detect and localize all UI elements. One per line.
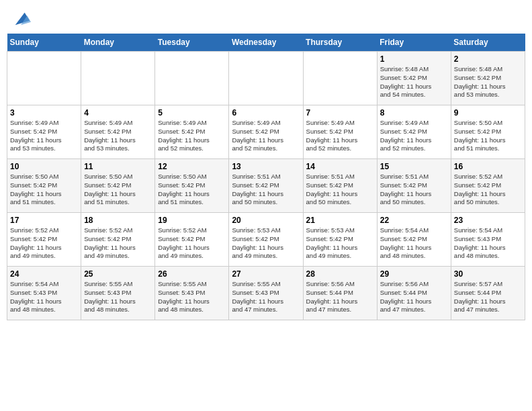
day-number: 17 — [10, 216, 78, 225]
day-number: 16 — [454, 162, 522, 171]
calendar-week-row: 3Sunrise: 5:49 AM Sunset: 5:42 PM Daylig… — [7, 105, 525, 159]
day-number: 27 — [232, 269, 300, 279]
calendar-cell: 8Sunrise: 5:49 AM Sunset: 5:42 PM Daylig… — [377, 105, 451, 159]
day-number: 4 — [84, 108, 152, 118]
header-saturday: Saturday — [451, 34, 525, 52]
day-info: Sunrise: 5:50 AM Sunset: 5:42 PM Dayligh… — [454, 119, 522, 153]
calendar-cell: 4Sunrise: 5:49 AM Sunset: 5:42 PM Daylig… — [81, 105, 155, 159]
calendar-cell: 17Sunrise: 5:52 AM Sunset: 5:42 PM Dayli… — [7, 213, 81, 267]
calendar-week-row: 17Sunrise: 5:52 AM Sunset: 5:42 PM Dayli… — [7, 213, 525, 267]
calendar-week-row: 1Sunrise: 5:48 AM Sunset: 5:42 PM Daylig… — [7, 52, 525, 105]
day-info: Sunrise: 5:54 AM Sunset: 5:43 PM Dayligh… — [454, 226, 522, 261]
calendar-table: SundayMondayTuesdayWednesdayThursdayFrid… — [7, 34, 525, 320]
day-info: Sunrise: 5:50 AM Sunset: 5:42 PM Dayligh… — [158, 173, 226, 207]
header-friday: Friday — [377, 34, 451, 52]
calendar-cell: 7Sunrise: 5:49 AM Sunset: 5:42 PM Daylig… — [303, 105, 377, 159]
day-info: Sunrise: 5:53 AM Sunset: 5:42 PM Dayligh… — [232, 226, 300, 261]
calendar-cell: 23Sunrise: 5:54 AM Sunset: 5:43 PM Dayli… — [451, 213, 525, 267]
calendar-cell: 2Sunrise: 5:48 AM Sunset: 5:42 PM Daylig… — [451, 52, 525, 105]
calendar-cell: 30Sunrise: 5:57 AM Sunset: 5:44 PM Dayli… — [451, 267, 525, 320]
page-header — [7, 7, 525, 28]
day-number: 19 — [158, 216, 226, 225]
day-number: 15 — [380, 162, 448, 171]
day-info: Sunrise: 5:53 AM Sunset: 5:42 PM Dayligh… — [306, 226, 374, 261]
calendar-cell: 5Sunrise: 5:49 AM Sunset: 5:42 PM Daylig… — [155, 105, 229, 159]
calendar-cell — [229, 52, 303, 105]
day-number: 12 — [158, 162, 226, 171]
day-info: Sunrise: 5:51 AM Sunset: 5:42 PM Dayligh… — [306, 173, 374, 207]
day-number: 22 — [380, 216, 448, 225]
day-number: 11 — [84, 162, 152, 171]
day-number: 3 — [10, 108, 78, 118]
calendar-cell: 15Sunrise: 5:51 AM Sunset: 5:42 PM Dayli… — [377, 159, 451, 213]
day-number: 24 — [10, 269, 78, 279]
day-info: Sunrise: 5:48 AM Sunset: 5:42 PM Dayligh… — [454, 65, 522, 99]
day-info: Sunrise: 5:52 AM Sunset: 5:42 PM Dayligh… — [158, 226, 226, 261]
calendar-cell: 14Sunrise: 5:51 AM Sunset: 5:42 PM Dayli… — [303, 159, 377, 213]
day-info: Sunrise: 5:50 AM Sunset: 5:42 PM Dayligh… — [10, 173, 78, 207]
day-info: Sunrise: 5:50 AM Sunset: 5:42 PM Dayligh… — [84, 173, 152, 207]
calendar-cell: 21Sunrise: 5:53 AM Sunset: 5:42 PM Dayli… — [303, 213, 377, 267]
day-number: 6 — [232, 108, 300, 118]
day-info: Sunrise: 5:48 AM Sunset: 5:42 PM Dayligh… — [380, 65, 448, 99]
day-number: 8 — [380, 108, 448, 118]
day-info: Sunrise: 5:56 AM Sunset: 5:44 PM Dayligh… — [306, 280, 374, 314]
calendar-cell: 26Sunrise: 5:55 AM Sunset: 5:43 PM Dayli… — [155, 267, 229, 320]
day-number: 28 — [306, 269, 374, 279]
day-number: 23 — [454, 216, 522, 225]
calendar-week-row: 10Sunrise: 5:50 AM Sunset: 5:42 PM Dayli… — [7, 159, 525, 213]
calendar-cell — [155, 52, 229, 105]
calendar-cell: 1Sunrise: 5:48 AM Sunset: 5:42 PM Daylig… — [377, 52, 451, 105]
day-info: Sunrise: 5:49 AM Sunset: 5:42 PM Dayligh… — [84, 119, 152, 153]
day-number: 30 — [454, 269, 522, 279]
day-info: Sunrise: 5:55 AM Sunset: 5:43 PM Dayligh… — [232, 280, 300, 314]
day-info: Sunrise: 5:49 AM Sunset: 5:42 PM Dayligh… — [306, 119, 374, 153]
day-number: 9 — [454, 108, 522, 118]
day-number: 21 — [306, 216, 374, 225]
day-number: 5 — [158, 108, 226, 118]
day-info: Sunrise: 5:51 AM Sunset: 5:42 PM Dayligh… — [380, 173, 448, 207]
calendar-cell: 29Sunrise: 5:56 AM Sunset: 5:44 PM Dayli… — [377, 267, 451, 320]
day-info: Sunrise: 5:51 AM Sunset: 5:42 PM Dayligh… — [232, 173, 300, 207]
header-thursday: Thursday — [303, 34, 377, 52]
day-info: Sunrise: 5:49 AM Sunset: 5:42 PM Dayligh… — [158, 119, 226, 153]
day-number: 20 — [232, 216, 300, 225]
calendar-cell: 13Sunrise: 5:51 AM Sunset: 5:42 PM Dayli… — [229, 159, 303, 213]
calendar-cell: 6Sunrise: 5:49 AM Sunset: 5:42 PM Daylig… — [229, 105, 303, 159]
day-number: 29 — [380, 269, 448, 279]
logo — [9, 9, 31, 28]
calendar-cell: 16Sunrise: 5:52 AM Sunset: 5:42 PM Dayli… — [451, 159, 525, 213]
day-info: Sunrise: 5:52 AM Sunset: 5:42 PM Dayligh… — [84, 226, 152, 261]
day-number: 13 — [232, 162, 300, 171]
calendar-cell — [7, 52, 81, 105]
header-monday: Monday — [81, 34, 155, 52]
calendar-cell: 9Sunrise: 5:50 AM Sunset: 5:42 PM Daylig… — [451, 105, 525, 159]
day-number: 26 — [158, 269, 226, 279]
calendar-cell: 28Sunrise: 5:56 AM Sunset: 5:44 PM Dayli… — [303, 267, 377, 320]
day-info: Sunrise: 5:54 AM Sunset: 5:43 PM Dayligh… — [10, 280, 78, 314]
calendar-cell: 19Sunrise: 5:52 AM Sunset: 5:42 PM Dayli… — [155, 213, 229, 267]
calendar-cell: 25Sunrise: 5:55 AM Sunset: 5:43 PM Dayli… — [81, 267, 155, 320]
calendar-header-row: SundayMondayTuesdayWednesdayThursdayFrid… — [7, 34, 525, 52]
calendar-cell: 3Sunrise: 5:49 AM Sunset: 5:42 PM Daylig… — [7, 105, 81, 159]
day-number: 14 — [306, 162, 374, 171]
day-info: Sunrise: 5:55 AM Sunset: 5:43 PM Dayligh… — [84, 280, 152, 314]
day-info: Sunrise: 5:52 AM Sunset: 5:42 PM Dayligh… — [454, 173, 522, 207]
calendar-cell: 27Sunrise: 5:55 AM Sunset: 5:43 PM Dayli… — [229, 267, 303, 320]
header-tuesday: Tuesday — [155, 34, 229, 52]
calendar-cell — [303, 52, 377, 105]
day-info: Sunrise: 5:49 AM Sunset: 5:42 PM Dayligh… — [10, 119, 78, 153]
day-number: 25 — [84, 269, 152, 279]
day-number: 18 — [84, 216, 152, 225]
day-number: 7 — [306, 108, 374, 118]
day-info: Sunrise: 5:55 AM Sunset: 5:43 PM Dayligh… — [158, 280, 226, 314]
day-number: 10 — [10, 162, 78, 171]
calendar-cell: 24Sunrise: 5:54 AM Sunset: 5:43 PM Dayli… — [7, 267, 81, 320]
calendar-cell: 22Sunrise: 5:54 AM Sunset: 5:42 PM Dayli… — [377, 213, 451, 267]
calendar-cell: 10Sunrise: 5:50 AM Sunset: 5:42 PM Dayli… — [7, 159, 81, 213]
day-info: Sunrise: 5:57 AM Sunset: 5:44 PM Dayligh… — [454, 280, 522, 314]
header-wednesday: Wednesday — [229, 34, 303, 52]
day-info: Sunrise: 5:56 AM Sunset: 5:44 PM Dayligh… — [380, 280, 448, 314]
day-info: Sunrise: 5:49 AM Sunset: 5:42 PM Dayligh… — [380, 119, 448, 153]
day-info: Sunrise: 5:49 AM Sunset: 5:42 PM Dayligh… — [232, 119, 300, 153]
